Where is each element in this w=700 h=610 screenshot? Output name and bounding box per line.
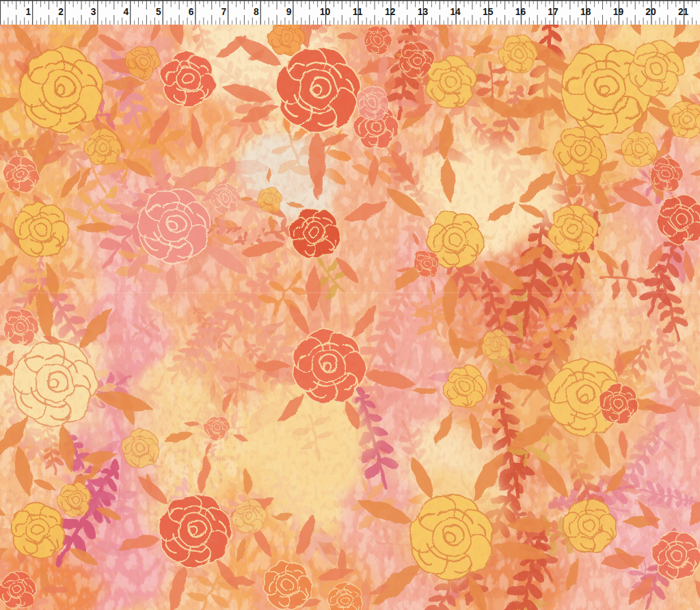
svg-text:4: 4 — [124, 7, 129, 17]
svg-text:7: 7 — [221, 7, 227, 17]
svg-text:8: 8 — [254, 7, 259, 17]
svg-text:15: 15 — [483, 7, 494, 17]
svg-text:18: 18 — [580, 7, 591, 17]
svg-text:21: 21 — [678, 7, 689, 17]
svg-text:13: 13 — [418, 7, 429, 17]
svg-text:16: 16 — [515, 7, 526, 17]
svg-text:3: 3 — [91, 7, 96, 17]
svg-text:20: 20 — [645, 7, 656, 17]
svg-text:2: 2 — [58, 7, 64, 17]
svg-text:5: 5 — [156, 7, 161, 17]
svg-text:11: 11 — [353, 7, 363, 17]
svg-text:14: 14 — [450, 7, 461, 17]
svg-text:17: 17 — [548, 7, 558, 17]
svg-text:9: 9 — [286, 7, 292, 17]
svg-text:19: 19 — [613, 7, 624, 17]
svg-text:1: 1 — [26, 7, 31, 17]
svg-text:10: 10 — [320, 7, 331, 17]
svg-text:12: 12 — [385, 7, 396, 17]
svg-text:6: 6 — [189, 7, 194, 17]
